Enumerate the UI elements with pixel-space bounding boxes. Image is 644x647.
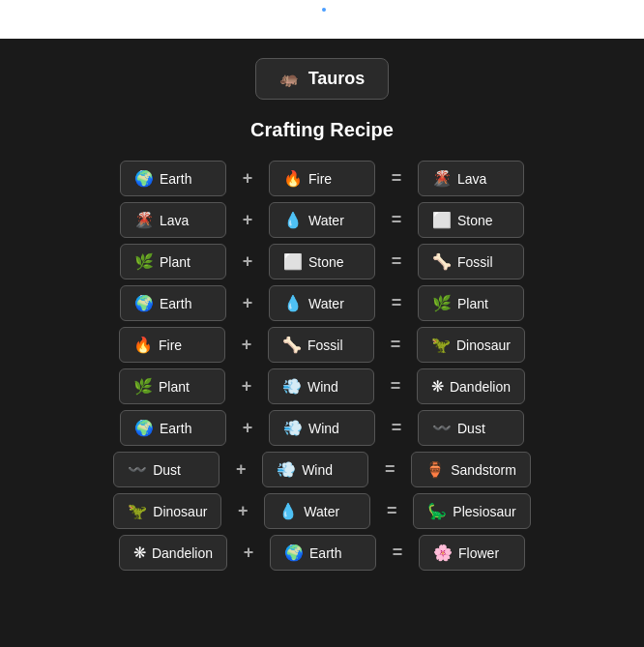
- ingredient1-4-item[interactable]: 🔥Fire: [119, 327, 225, 363]
- result-6-item[interactable]: 〰️Dust: [418, 410, 524, 446]
- result-4-item[interactable]: 🦖Dinosaur: [417, 327, 525, 363]
- ingredient1-6-label: Earth: [160, 421, 191, 436]
- ingredient2-9-icon: 🌍: [284, 544, 304, 562]
- result-0-item[interactable]: 🌋Lava: [418, 161, 524, 196]
- ingredient2-1-item[interactable]: 💧Water: [269, 202, 375, 238]
- plus-operator-2: +: [238, 251, 257, 272]
- result-2-label: Fossil: [457, 254, 493, 270]
- equals-operator-2: =: [387, 251, 406, 272]
- ingredient2-8-item[interactable]: 💧Water: [264, 493, 370, 529]
- plus-operator-3: +: [238, 293, 257, 313]
- result-1-icon: ⬜: [432, 211, 452, 229]
- ingredient2-3-item[interactable]: 💧Water: [269, 285, 375, 321]
- ingredient2-0-item[interactable]: 🔥Fire: [269, 161, 375, 196]
- ingredient1-5-item[interactable]: 🌿Plant: [119, 368, 225, 404]
- ingredient1-1-label: Lava: [160, 213, 189, 228]
- result-3-icon: 🌿: [432, 294, 452, 312]
- top-bar: [0, 0, 644, 39]
- ingredient2-5-label: Wind: [307, 379, 338, 395]
- ingredient2-2-item[interactable]: ⬜Stone: [269, 244, 375, 279]
- equals-operator-9: =: [388, 543, 407, 563]
- equals-operator-3: =: [387, 293, 406, 313]
- plus-operator-6: +: [238, 418, 257, 438]
- ingredient2-6-item[interactable]: 💨Wind: [269, 410, 375, 446]
- ingredient2-4-item[interactable]: 🦴Fossil: [268, 327, 374, 363]
- result-5-item[interactable]: ❋Dandelion: [417, 368, 525, 404]
- ingredient2-5-item[interactable]: 💨Wind: [268, 368, 374, 404]
- result-3-label: Plant: [457, 296, 488, 311]
- recipe-row: 🌿Plant+⬜Stone=🦴Fossil: [120, 244, 524, 279]
- ingredient2-7-item[interactable]: 💨Wind: [262, 452, 368, 487]
- result-7-item[interactable]: 🏺Sandstorm: [411, 452, 531, 487]
- plus-operator-7: +: [231, 459, 250, 480]
- ingredient1-4-icon: 🔥: [133, 336, 153, 354]
- ingredient2-1-icon: 💧: [283, 211, 303, 229]
- ingredient1-7-item[interactable]: 〰️Dust: [113, 452, 220, 487]
- recipe-row: 🌋Lava+💧Water=⬜Stone: [120, 202, 524, 238]
- ingredient2-5-icon: 💨: [282, 377, 302, 396]
- plus-operator-9: +: [239, 543, 258, 563]
- recipe-container: 🌍Earth+🔥Fire=🌋Lava🌋Lava+💧Water=⬜Stone🌿Pl…: [0, 161, 644, 590]
- result-7-label: Sandstorm: [451, 462, 516, 478]
- ingredient1-5-label: Plant: [159, 379, 190, 395]
- title-label: Tauros: [308, 69, 366, 89]
- result-6-label: Dust: [457, 421, 485, 436]
- tauros-icon: 🦛: [279, 70, 299, 88]
- title-button[interactable]: 🦛 Tauros: [255, 58, 390, 100]
- equals-operator-0: =: [387, 168, 406, 189]
- result-1-item[interactable]: ⬜Stone: [418, 202, 524, 238]
- ingredient1-3-icon: 🌍: [134, 294, 154, 312]
- plus-operator-8: +: [233, 501, 252, 521]
- result-3-item[interactable]: 🌿Plant: [418, 285, 524, 321]
- top-bar-dot: [322, 8, 326, 12]
- result-5-label: Dandelion: [450, 379, 511, 395]
- result-4-icon: 🦖: [431, 336, 451, 354]
- ingredient1-3-item[interactable]: 🌍Earth: [120, 285, 226, 321]
- ingredient2-3-icon: 💧: [283, 294, 303, 312]
- ingredient1-8-item[interactable]: 🦖Dinosaur: [113, 493, 221, 529]
- ingredient2-0-label: Fire: [308, 171, 332, 187]
- ingredient1-2-label: Plant: [160, 254, 190, 270]
- ingredient2-3-label: Water: [308, 296, 344, 311]
- ingredient1-2-item[interactable]: 🌿Plant: [120, 244, 226, 279]
- ingredient2-1-label: Water: [308, 213, 344, 228]
- ingredient2-6-label: Wind: [308, 421, 339, 436]
- equals-operator-5: =: [386, 376, 405, 397]
- ingredient1-8-icon: 🦖: [128, 502, 147, 520]
- result-2-item[interactable]: 🦴Fossil: [418, 244, 524, 279]
- ingredient1-7-label: Dust: [153, 462, 181, 478]
- ingredient1-9-label: Dandelion: [152, 545, 213, 561]
- crafting-title: Crafting Recipe: [0, 119, 644, 141]
- ingredient1-1-icon: 🌋: [134, 211, 154, 229]
- ingredient1-9-item[interactable]: ❋Dandelion: [119, 535, 227, 571]
- recipe-row: 🌍Earth+💨Wind=〰️Dust: [120, 410, 524, 446]
- equals-operator-4: =: [386, 335, 405, 355]
- result-9-item[interactable]: 🌸Flower: [419, 535, 525, 571]
- ingredient2-8-icon: 💧: [278, 502, 298, 520]
- result-5-icon: ❋: [431, 377, 444, 396]
- equals-operator-8: =: [382, 501, 401, 521]
- result-7-icon: 🏺: [425, 460, 445, 479]
- ingredient1-1-item[interactable]: 🌋Lava: [120, 202, 226, 238]
- recipe-row: 🌍Earth+🔥Fire=🌋Lava: [120, 161, 524, 196]
- ingredient2-9-item[interactable]: 🌍Earth: [270, 535, 376, 571]
- ingredient1-7-icon: 〰️: [128, 460, 147, 479]
- result-6-icon: 〰️: [432, 419, 452, 437]
- plus-operator-5: +: [237, 376, 256, 397]
- result-8-label: Plesiosaur: [453, 504, 515, 519]
- ingredient1-0-item[interactable]: 🌍Earth: [120, 161, 226, 196]
- recipe-row: 🔥Fire+🦴Fossil=🦖Dinosaur: [119, 327, 525, 363]
- result-8-item[interactable]: 🦕Plesiosaur: [413, 493, 530, 529]
- equals-operator-1: =: [387, 210, 406, 230]
- ingredient1-4-label: Fire: [159, 338, 182, 353]
- ingredient2-2-icon: ⬜: [283, 252, 303, 271]
- ingredient2-6-icon: 💨: [283, 419, 303, 437]
- plus-operator-1: +: [238, 210, 257, 230]
- equals-operator-6: =: [387, 418, 406, 438]
- ingredient1-5-icon: 🌿: [133, 377, 153, 396]
- ingredient2-2-label: Stone: [308, 254, 344, 270]
- ingredient1-6-item[interactable]: 🌍Earth: [120, 410, 226, 446]
- ingredient2-4-icon: 🦴: [282, 336, 302, 354]
- ingredient2-4-label: Fossil: [307, 338, 343, 353]
- result-9-label: Flower: [458, 545, 499, 561]
